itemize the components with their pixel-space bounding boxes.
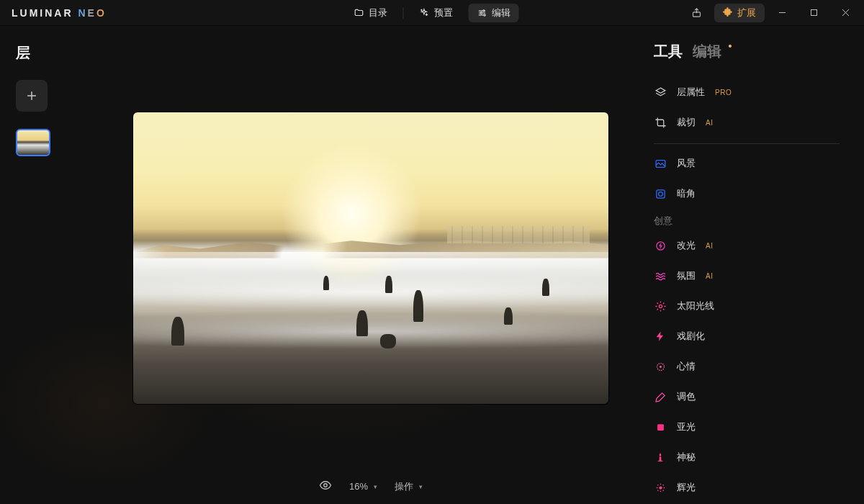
actions-label: 操作 (395, 480, 413, 493)
svg-point-1 (480, 12, 482, 13)
relight-icon (654, 239, 667, 252)
tool-list: 层属性 PRO 裁切 AI 风景 暗角 (654, 77, 840, 503)
tool-layer-properties[interactable]: 层属性 PRO (654, 77, 840, 107)
svg-point-15 (659, 305, 662, 307)
extensions-label: 扩展 (737, 6, 756, 19)
zoom-value: 16% (349, 481, 368, 492)
layers-title: 层 (16, 43, 108, 63)
zoom-dropdown[interactable]: 16% ▾ (349, 481, 377, 492)
tool-sunrays[interactable]: 太阳光线 (654, 291, 840, 321)
tool-crop[interactable]: 裁切 AI (654, 107, 840, 138)
ai-badge: AI (706, 119, 713, 127)
tool-glow[interactable]: 辉光 (654, 472, 840, 503)
crop-icon (654, 116, 667, 129)
maximize-button[interactable] (799, 1, 828, 24)
separator (403, 7, 404, 19)
layers-icon (654, 86, 667, 99)
actions-dropdown[interactable]: 操作 ▾ (395, 480, 423, 493)
tools-panel: 工具 编辑 层属性 PRO 裁切 AI (634, 26, 864, 504)
viewer-bar: 16% ▾ 操作 ▾ (319, 479, 423, 498)
bolt-icon (654, 330, 667, 343)
svg-point-17 (660, 366, 662, 368)
eye-icon (319, 479, 332, 494)
tool-label: 氛围 (677, 269, 696, 282)
ai-badge: AI (706, 242, 713, 250)
brush-icon (654, 390, 667, 403)
chevron-down-icon: ▾ (374, 483, 377, 490)
tool-matte[interactable]: 亚光 (654, 412, 840, 442)
svg-rect-19 (660, 456, 662, 461)
svg-rect-18 (657, 424, 664, 431)
tab-catalog[interactable]: 目录 (346, 4, 396, 22)
tab-presets-label: 预置 (434, 6, 453, 19)
puzzle-icon (723, 6, 733, 19)
mode-tabs: 目录 预置 编辑 (346, 4, 519, 22)
square-icon (654, 420, 667, 433)
visibility-toggle[interactable] (319, 479, 332, 494)
tool-label: 心情 (677, 360, 696, 373)
tool-toning[interactable]: 调色 (654, 382, 840, 412)
image-canvas[interactable] (133, 112, 608, 404)
tool-vignette[interactable]: 暗角 (654, 179, 840, 209)
edits-indicator-dot (729, 45, 732, 48)
svg-point-10 (324, 484, 328, 487)
tool-label: 调色 (677, 390, 696, 403)
app-logo: LUMINAR NEO (12, 7, 107, 19)
svg-point-0 (483, 9, 485, 11)
svg-rect-12 (656, 189, 664, 197)
tab-presets[interactable]: 预置 (411, 4, 462, 22)
pro-badge: PRO (715, 89, 732, 96)
title-bar: LUMINAR NEO 目录 预置 编辑 (0, 0, 864, 26)
svg-rect-20 (658, 461, 663, 462)
top-right-controls: 扩展 (687, 1, 860, 24)
atmosphere-icon (654, 269, 667, 282)
tool-relight[interactable]: 改光 AI (654, 230, 840, 261)
landscape-icon (654, 157, 667, 170)
folder-icon (354, 8, 364, 18)
tool-label: 暗角 (677, 187, 696, 200)
svg-point-13 (658, 192, 662, 196)
tool-label: 戏剧化 (677, 330, 705, 343)
sliders-icon (477, 8, 487, 18)
tool-landscape[interactable]: 风景 (654, 148, 840, 179)
tool-atmosphere[interactable]: 氛围 AI (654, 261, 840, 291)
tool-label: 改光 (677, 239, 696, 252)
heart-sparkle-icon (654, 360, 667, 373)
tab-edits[interactable]: 编辑 (693, 42, 721, 61)
tool-mood[interactable]: 心情 (654, 351, 840, 382)
canvas-area: 16% ▾ 操作 ▾ (108, 26, 634, 504)
group-creative: 创意 (654, 215, 840, 228)
tool-mystical[interactable]: 神秘 (654, 442, 840, 472)
tool-label: 风景 (677, 157, 696, 170)
tab-edit-label: 编辑 (492, 6, 510, 19)
tool-label: 辉光 (677, 481, 696, 494)
tab-tools[interactable]: 工具 (654, 42, 683, 61)
extensions-button[interactable]: 扩展 (714, 4, 765, 22)
tool-label: 亚光 (677, 420, 696, 433)
tool-label: 裁切 (677, 116, 696, 129)
tab-edit[interactable]: 编辑 (469, 4, 519, 22)
sparkle-icon (420, 8, 430, 18)
divider (654, 143, 840, 144)
svg-point-2 (484, 14, 485, 15)
svg-rect-5 (811, 10, 816, 16)
vignette-icon (654, 187, 667, 200)
sunrays-icon (654, 300, 667, 312)
tool-label: 太阳光线 (677, 300, 714, 312)
tool-dramatic[interactable]: 戏剧化 (654, 321, 840, 351)
glow-icon (654, 481, 667, 494)
layer-thumbnail[interactable] (16, 129, 50, 156)
minimize-button[interactable] (768, 1, 796, 24)
chevron-down-icon: ▾ (419, 483, 423, 490)
candle-icon (654, 451, 667, 464)
layers-panel: 层 (0, 26, 108, 504)
share-button[interactable] (687, 4, 706, 22)
tool-label: 层属性 (677, 86, 705, 99)
right-panel-tabs: 工具 编辑 (654, 42, 840, 61)
svg-point-21 (659, 486, 662, 489)
tab-catalog-label: 目录 (369, 6, 387, 19)
close-button[interactable] (831, 1, 860, 24)
add-layer-button[interactable] (16, 80, 48, 112)
ai-badge: AI (706, 272, 713, 280)
tool-label: 神秘 (677, 451, 696, 464)
